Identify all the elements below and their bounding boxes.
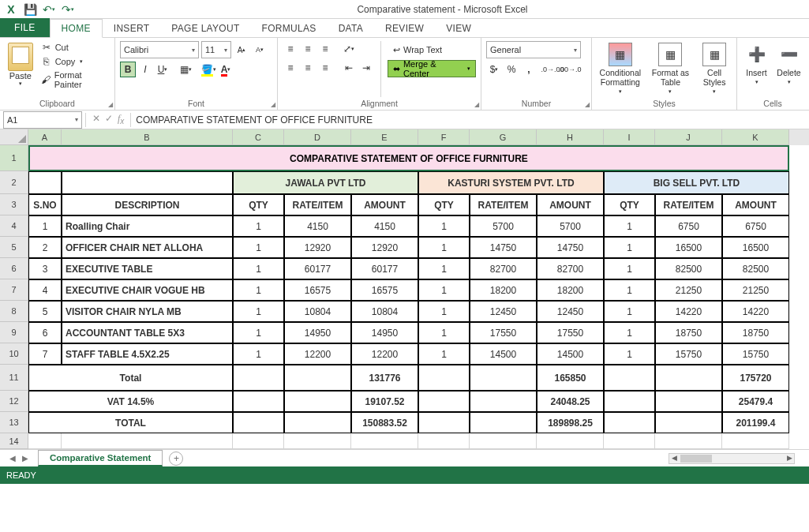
row-header-5[interactable]: 5 [0, 237, 28, 258]
border-button[interactable]: ▦▾ [178, 62, 193, 77]
cell[interactable]: 17550 [537, 322, 604, 343]
cell[interactable]: JAWALA PVT LTD [233, 171, 418, 194]
tab-page-layout[interactable]: PAGE LAYOUT [160, 20, 250, 37]
fill-color-button[interactable]: 🪣▾ [200, 62, 216, 77]
cell[interactable]: 3 [28, 258, 62, 279]
cell[interactable]: 18750 [655, 322, 722, 343]
cell[interactable]: 16500 [655, 237, 722, 258]
cell[interactable]: 12200 [284, 343, 351, 365]
row-header-11[interactable]: 11 [0, 365, 28, 391]
row-header-8[interactable]: 8 [0, 301, 28, 322]
cell[interactable] [28, 433, 62, 449]
cell[interactable] [655, 433, 722, 449]
cell[interactable]: 1 [418, 322, 470, 343]
cell[interactable] [722, 433, 789, 449]
cell[interactable]: 1 [418, 237, 470, 258]
cell[interactable] [604, 365, 655, 391]
row-header-9[interactable]: 9 [0, 322, 28, 343]
merge-center-button[interactable]: ⬌Merge & Center▾ [388, 60, 476, 77]
cell[interactable]: 1 [233, 343, 284, 365]
cell[interactable]: RATE/ITEM [470, 194, 537, 215]
comma-button[interactable]: , [521, 62, 537, 77]
cell[interactable]: AMOUNT [351, 194, 418, 215]
row-header-12[interactable]: 12 [0, 391, 28, 412]
align-right-button[interactable]: ≡ [317, 60, 333, 76]
cell[interactable]: 1 [604, 215, 655, 237]
cell[interactable] [351, 433, 418, 449]
cell[interactable]: 12450 [537, 301, 604, 322]
cell[interactable]: BIG SELL PVT. LTD [604, 171, 789, 194]
column-header-G[interactable]: G [470, 129, 537, 145]
cell[interactable]: 1 [604, 258, 655, 279]
cell[interactable]: 1 [604, 301, 655, 322]
cell[interactable]: 15750 [655, 343, 722, 365]
tab-data[interactable]: DATA [328, 20, 374, 37]
cell[interactable]: 14220 [722, 301, 789, 322]
conditional-formatting-button[interactable]: ▦ Conditional Formatting ▾ [597, 41, 644, 97]
cell[interactable]: TOTAL [28, 412, 233, 433]
cell[interactable]: 1 [604, 343, 655, 365]
cell[interactable]: 14950 [351, 322, 418, 343]
cell[interactable]: 12200 [351, 343, 418, 365]
cell[interactable]: 82700 [470, 258, 537, 279]
cell[interactable]: 82500 [722, 258, 789, 279]
cell[interactable]: VAT 14.5% [28, 391, 233, 412]
cell[interactable] [604, 412, 655, 433]
cell[interactable]: 18200 [537, 279, 604, 301]
cell[interactable]: Total [28, 365, 233, 391]
cell[interactable]: 1 [233, 215, 284, 237]
cell[interactable]: DESCRIPTION [62, 194, 233, 215]
cell[interactable]: 6750 [722, 215, 789, 237]
cell[interactable] [62, 433, 233, 449]
bold-button[interactable]: B [120, 62, 136, 77]
align-middle-button[interactable]: ≡ [300, 41, 316, 57]
cell[interactable]: 1 [604, 279, 655, 301]
font-color-button[interactable]: A▾ [218, 62, 234, 77]
cell[interactable]: 21250 [722, 279, 789, 301]
cell[interactable]: 14500 [537, 343, 604, 365]
alignment-launcher-icon[interactable]: ◢ [474, 101, 479, 108]
font-name-select[interactable]: Calibri▾ [120, 41, 199, 58]
cell[interactable]: 60177 [284, 258, 351, 279]
cell[interactable]: 150883.52 [351, 412, 418, 433]
cell[interactable]: VISITOR CHAIR NYLA MB [62, 301, 233, 322]
cell[interactable]: EXECUTIVE CHAIR VOGUE HB [62, 279, 233, 301]
cell[interactable]: 14500 [470, 343, 537, 365]
column-header-K[interactable]: K [722, 129, 789, 145]
cell[interactable]: RATE/ITEM [284, 194, 351, 215]
row-header-4[interactable]: 4 [0, 215, 28, 237]
cell[interactable]: 4150 [284, 215, 351, 237]
cell[interactable]: 24048.25 [537, 391, 604, 412]
cell[interactable]: 12920 [351, 237, 418, 258]
font-launcher-icon[interactable]: ◢ [271, 101, 275, 108]
cell[interactable]: 18750 [722, 322, 789, 343]
cell[interactable] [418, 391, 470, 412]
font-size-select[interactable]: 11▾ [201, 41, 231, 58]
horizontal-scrollbar[interactable]: ◀ ▶ [669, 453, 795, 464]
align-bottom-button[interactable]: ≡ [317, 41, 333, 57]
cell[interactable] [470, 365, 537, 391]
cell[interactable]: 1 [418, 343, 470, 365]
format-painter-button[interactable]: 🖌Format Painter [39, 69, 110, 90]
column-header-F[interactable]: F [418, 129, 470, 145]
cell[interactable]: 16575 [351, 279, 418, 301]
sheet-nav-last-icon[interactable]: ▶ [22, 454, 28, 463]
cell[interactable]: 16500 [722, 237, 789, 258]
row-header-6[interactable]: 6 [0, 258, 28, 279]
add-sheet-button[interactable]: + [169, 451, 183, 466]
cell[interactable] [28, 171, 62, 194]
cell[interactable] [233, 391, 284, 412]
increase-font-button[interactable]: A▴ [234, 42, 249, 58]
cell[interactable]: OFFICER CHAIR NET ALLOHA [62, 237, 233, 258]
format-as-table-button[interactable]: ▦ Format as Table ▾ [647, 41, 695, 97]
cut-button[interactable]: ✂Cut [39, 41, 110, 54]
tab-view[interactable]: VIEW [435, 20, 482, 37]
cell[interactable] [470, 412, 537, 433]
row-header-13[interactable]: 13 [0, 412, 28, 433]
cell[interactable] [62, 171, 233, 194]
row-header-10[interactable]: 10 [0, 343, 28, 365]
cell[interactable]: 175720 [722, 365, 789, 391]
cell[interactable]: 14220 [655, 301, 722, 322]
cell[interactable] [284, 412, 351, 433]
cell[interactable]: Roalling Chair [62, 215, 233, 237]
